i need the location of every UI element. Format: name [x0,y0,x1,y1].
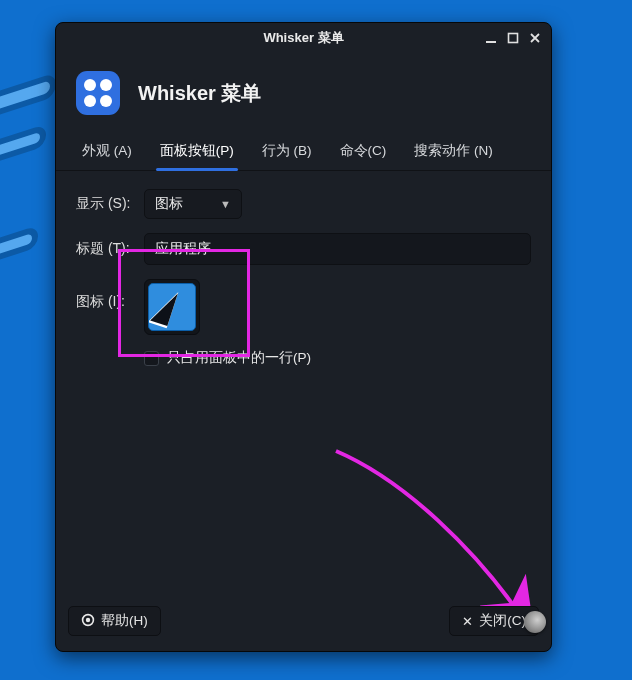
title-row: 标题 (T): 应用程序 [76,233,531,265]
display-label: 显示 (S): [76,195,144,213]
close-button[interactable] [525,28,545,48]
svg-rect-1 [509,34,518,43]
minimize-button[interactable] [481,28,501,48]
dialog-header: Whisker 菜单 [56,53,551,133]
minimize-icon [485,32,497,44]
svg-rect-0 [486,41,496,43]
icon-preview [148,283,196,331]
icon-row: 图标 (I): 只占用面板中的一行(P) [76,279,531,367]
single-row-checkbox[interactable] [144,351,159,366]
tab-commands[interactable]: 命令(C) [328,133,399,170]
maximize-icon [507,32,519,44]
window-title: Whisker 菜单 [263,29,343,47]
close-dialog-button[interactable]: ✕ 关闭(C) [449,606,539,636]
close-icon [529,32,541,44]
tab-content-panel-button: 显示 (S): 图标 ▼ 标题 (T): 应用程序 图标 (I): [56,171,551,601]
svg-point-3 [86,617,90,621]
wallpaper-stroke [0,80,50,111]
title-label: 标题 (T): [76,240,144,258]
display-select[interactable]: 图标 ▼ [144,189,242,219]
wallpaper-stroke [0,132,40,158]
help-button[interactable]: 帮助(H) [68,606,161,636]
display-select-value: 图标 [155,195,183,213]
help-icon [81,613,95,630]
single-row-option[interactable]: 只占用面板中的一行(P) [144,349,311,367]
dialog-title: Whisker 菜单 [138,80,261,107]
close-button-label: 关闭(C) [479,612,526,630]
tab-behavior[interactable]: 行为 (B) [250,133,324,170]
whisker-menu-logo-icon [76,71,120,115]
wallpaper-stroke [0,233,32,257]
icon-chooser-button[interactable] [144,279,200,335]
dialog-footer: 帮助(H) ✕ 关闭(C) [56,601,551,651]
window-controls [481,23,545,53]
title-input[interactable]: 应用程序 [144,233,531,265]
icon-label: 图标 (I): [76,279,144,311]
maximize-button[interactable] [503,28,523,48]
tab-search-actions[interactable]: 搜索动作 (N) [402,133,505,170]
close-icon: ✕ [462,614,473,629]
title-input-value: 应用程序 [155,240,211,258]
help-button-label: 帮助(H) [101,612,148,630]
titlebar: Whisker 菜单 [56,23,551,53]
tab-bar: 外观 (A) 面板按钮(P) 行为 (B) 命令(C) 搜索动作 (N) [56,133,551,171]
single-row-label: 只占用面板中的一行(P) [167,349,311,367]
tab-panel-button[interactable]: 面板按钮(P) [148,133,246,170]
display-row: 显示 (S): 图标 ▼ [76,189,531,219]
cursor-busy-icon [524,611,546,633]
tab-appearance[interactable]: 外观 (A) [70,133,144,170]
whisker-menu-preferences-window: Whisker 菜单 Whisker 菜单 外观 (A) 面板按钮(P) 行为 … [55,22,552,652]
chevron-down-icon: ▼ [220,198,231,210]
